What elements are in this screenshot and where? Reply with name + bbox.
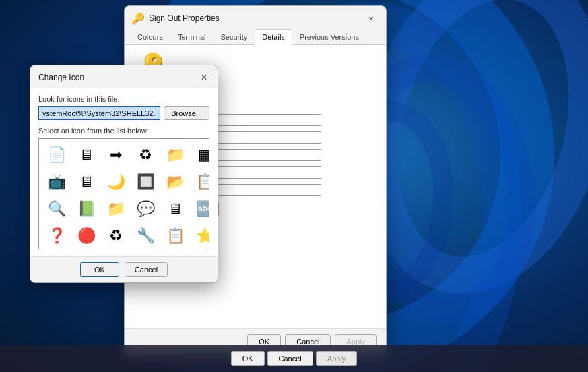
file-path-input[interactable] bbox=[38, 106, 160, 120]
window-close-button[interactable]: ✕ bbox=[364, 11, 378, 25]
change-icon-dialog: Change Icon ✕ Look for icons in this fil… bbox=[30, 65, 218, 283]
tabs-bar: Colours Terminal Security Details Previo… bbox=[125, 29, 386, 45]
icon-cell-13[interactable]: 📋 bbox=[190, 168, 209, 195]
taskbar-apply-button[interactable]: Apply bbox=[316, 351, 358, 366]
icon-cell-29[interactable]: ⭐ bbox=[190, 222, 209, 249]
dialog-footer: OK Cancel bbox=[30, 256, 218, 282]
icon-cell-16[interactable]: 🔍 bbox=[42, 195, 71, 222]
tab-colours[interactable]: Colours bbox=[130, 29, 170, 45]
icon-cell-3[interactable]: ♻ bbox=[131, 142, 160, 168]
icon-cell-4[interactable]: 📁 bbox=[160, 142, 190, 168]
tab-details[interactable]: Details bbox=[255, 29, 292, 45]
taskbar-ok-button[interactable]: OK bbox=[231, 351, 265, 366]
window-controls: ✕ bbox=[364, 11, 378, 25]
icon-cell-0[interactable]: 📄 bbox=[42, 142, 71, 168]
icon-grid-container[interactable]: 📄🖥➡♻📁▦💿🔑📺🖥🌙🔲📂📋🌳📤🔍📗📁💬🖥🔤🖨⚡❓🔴♻🔧📋⭐🔒📄 bbox=[38, 138, 209, 249]
properties-title-icon: 🔑 bbox=[131, 12, 145, 25]
icon-cell-20[interactable]: 🖥 bbox=[160, 195, 190, 222]
icon-cell-11[interactable]: 🔲 bbox=[131, 168, 160, 195]
icon-cell-24[interactable]: ❓ bbox=[42, 222, 71, 249]
dialog-body: Look for icons in this file: Browse... S… bbox=[30, 88, 218, 256]
window-title-left: 🔑 Sign Out Properties bbox=[131, 12, 220, 25]
icon-cell-9[interactable]: 🖥 bbox=[71, 168, 101, 195]
properties-window-title: Sign Out Properties bbox=[149, 13, 220, 23]
icon-cell-28[interactable]: 📋 bbox=[160, 222, 190, 249]
icon-cell-1[interactable]: 🖥 bbox=[71, 142, 101, 168]
icon-cell-12[interactable]: 📂 bbox=[160, 168, 190, 195]
taskbar: OK Cancel Apply bbox=[0, 345, 588, 372]
icon-cell-2[interactable]: ➡ bbox=[101, 142, 131, 168]
dialog-cancel-button[interactable]: Cancel bbox=[125, 262, 168, 277]
dialog-title: Change Icon bbox=[38, 73, 84, 82]
icon-cell-5[interactable]: ▦ bbox=[190, 142, 209, 168]
icon-cell-27[interactable]: 🔧 bbox=[131, 222, 160, 249]
icon-cell-17[interactable]: 📗 bbox=[71, 195, 101, 222]
tab-security[interactable]: Security bbox=[213, 29, 255, 45]
icon-list-label: Select an icon from the list below: bbox=[38, 127, 209, 135]
tab-previous-versions[interactable]: Previous Versions bbox=[292, 29, 366, 45]
file-input-row: Browse... bbox=[38, 106, 209, 120]
taskbar-cancel-button[interactable]: Cancel bbox=[267, 351, 313, 366]
icon-cell-25[interactable]: 🔴 bbox=[71, 222, 101, 249]
file-label: Look for icons in this file: bbox=[38, 95, 209, 103]
icon-cell-19[interactable]: 💬 bbox=[131, 195, 160, 222]
icon-cell-21[interactable]: 🔤 bbox=[190, 195, 209, 222]
dialog-ok-button[interactable]: OK bbox=[80, 262, 119, 277]
browse-button[interactable]: Browse... bbox=[164, 106, 209, 120]
window-titlebar: 🔑 Sign Out Properties ✕ bbox=[125, 6, 386, 29]
tab-terminal[interactable]: Terminal bbox=[170, 29, 214, 45]
dialog-close-button[interactable]: ✕ bbox=[197, 71, 211, 84]
icon-grid: 📄🖥➡♻📁▦💿🔑📺🖥🌙🔲📂📋🌳📤🔍📗📁💬🖥🔤🖨⚡❓🔴♻🔧📋⭐🔒📄 bbox=[39, 139, 209, 249]
icon-cell-10[interactable]: 🌙 bbox=[101, 168, 131, 195]
icon-cell-8[interactable]: 📺 bbox=[42, 168, 71, 195]
icon-cell-18[interactable]: 📁 bbox=[101, 195, 131, 222]
icon-cell-26[interactable]: ♻ bbox=[101, 222, 131, 249]
dialog-titlebar: Change Icon ✕ bbox=[30, 65, 218, 88]
